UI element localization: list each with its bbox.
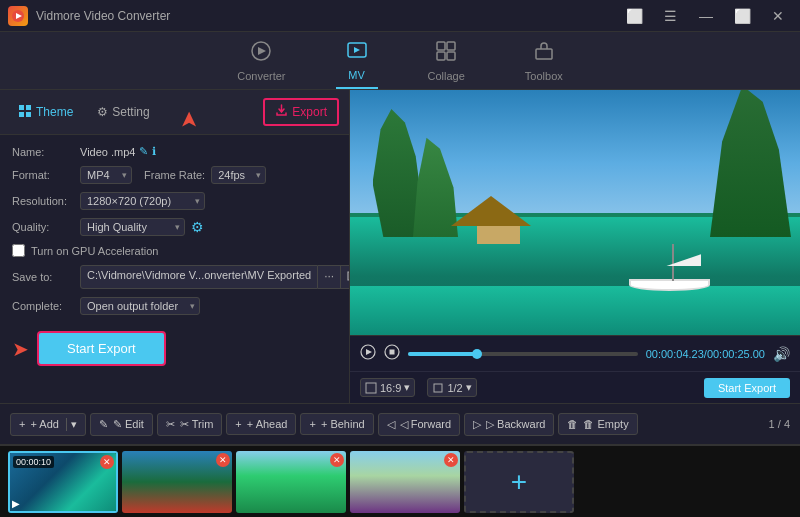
bottom-toolbar: + + Add ▾ ✎ ✎ Edit ✂ ✂ Trim + + Ahead + … (0, 403, 800, 445)
beach (350, 286, 800, 335)
empty-button[interactable]: 🗑 🗑 Empty (558, 413, 637, 435)
saveto-browse-btn[interactable]: ··· (318, 265, 341, 289)
gpu-row: Turn on GPU Acceleration (12, 244, 337, 257)
start-export-arrow: ➤ (12, 337, 29, 361)
quality-settings-icon[interactable]: ⚙ (191, 219, 204, 235)
edit-icon: ✎ (99, 418, 108, 431)
tab-setting[interactable]: ⚙ Setting (89, 101, 157, 123)
hut (463, 196, 535, 244)
format-select[interactable]: MP4 MKV AVI (80, 166, 132, 184)
saveto-path: C:\Vidmore\Vidmore V...onverter\MV Expor… (80, 265, 318, 289)
resolution-select-wrapper: 1280×720 (720p) 1920×1080 (1080p) 640×48… (80, 192, 205, 210)
framerate-label: Frame Rate: (144, 169, 205, 181)
thumb2-close[interactable]: ✕ (216, 453, 230, 467)
svg-rect-9 (536, 49, 552, 59)
film-thumb-4[interactable]: ✕ (350, 451, 460, 513)
behind-icon: + (309, 418, 315, 430)
progress-bar[interactable] (408, 352, 638, 356)
name-info-icon[interactable]: ℹ (152, 145, 156, 158)
thumb1-close[interactable]: ✕ (100, 455, 114, 469)
name-edit-icon[interactable]: ✎ (139, 145, 148, 158)
video-controls2: 16:9 ▾ 1/2 ▾ Start Export (350, 371, 800, 403)
export-btn-label: Export (292, 105, 327, 119)
volume-icon[interactable]: 🔊 (773, 346, 790, 362)
tab-collage[interactable]: Collage (418, 34, 475, 88)
aspect-ratio-select[interactable]: 16:9 ▾ (360, 378, 415, 397)
name-row: Name: Video .mp4 ✎ ℹ (12, 145, 337, 158)
stop-button[interactable] (384, 344, 400, 363)
film-thumb-2[interactable]: ✕ (122, 451, 232, 513)
gpu-checkbox[interactable] (12, 244, 25, 257)
resolution-row: Resolution: 1280×720 (720p) 1920×1080 (1… (12, 192, 337, 210)
ahead-button[interactable]: + + Ahead (226, 413, 296, 435)
svg-rect-10 (19, 105, 24, 110)
complete-select-wrapper: Open output folder Do nothing (80, 297, 200, 315)
edit-button[interactable]: ✎ ✎ Edit (90, 413, 153, 436)
play-button[interactable] (360, 344, 376, 363)
behind-button[interactable]: + + Behind (300, 413, 373, 435)
progress-thumb[interactable] (472, 349, 482, 359)
page-number: 1 / 4 (769, 418, 790, 430)
toolbox-icon (533, 40, 555, 67)
backward-button[interactable]: ▷ ▷ Backward (464, 413, 554, 436)
film-thumb-3[interactable]: ✕ (236, 451, 346, 513)
svg-rect-8 (447, 52, 455, 60)
tab-toolbox[interactable]: Toolbox (515, 34, 573, 88)
complete-select[interactable]: Open output folder Do nothing (80, 297, 200, 315)
film-thumb-1[interactable]: 00:00:10 ✕ ▶ (8, 451, 118, 513)
svg-marker-15 (366, 349, 372, 355)
svg-rect-17 (390, 350, 395, 355)
svg-rect-19 (434, 384, 442, 392)
tab-mv[interactable]: MV (336, 33, 378, 89)
resolution-select[interactable]: 1280×720 (720p) 1920×1080 (1080p) 640×48… (80, 192, 205, 210)
menu-icon[interactable]: ☰ (656, 6, 684, 26)
left-tabs: Theme ⚙ Setting Export (0, 90, 349, 135)
backward-icon: ▷ (473, 418, 481, 431)
app-logo (8, 6, 28, 26)
chat-icon[interactable]: ⬜ (620, 6, 648, 26)
export-button[interactable]: Export (263, 98, 339, 126)
collage-icon (435, 40, 457, 67)
svg-rect-18 (366, 383, 376, 393)
start-export-button[interactable]: Start Export (37, 331, 166, 366)
thumb3-close[interactable]: ✕ (330, 453, 344, 467)
forward-button[interactable]: ◁ ◁ Forward (378, 413, 460, 436)
minimize-btn[interactable]: — (692, 6, 720, 26)
quality-row: Quality: High Quality Medium Quality Low… (12, 218, 337, 236)
saveto-folder-btn[interactable] (341, 265, 349, 289)
tab-theme[interactable]: Theme (10, 100, 81, 125)
add-button[interactable]: + + Add ▾ (10, 413, 86, 436)
tab-setting-label: Setting (112, 105, 149, 119)
trash-icon: 🗑 (567, 418, 578, 430)
format-select-wrapper: MP4 MKV AVI (80, 166, 132, 184)
start-export-area: ➤ Start Export (12, 331, 337, 366)
theme-grid-icon (18, 104, 32, 121)
thumb4-close[interactable]: ✕ (444, 453, 458, 467)
format-row: Format: MP4 MKV AVI Frame Rate: 24fps 30… (12, 166, 337, 184)
window-controls: ⬜ ☰ — ⬜ ✕ (620, 6, 792, 26)
thumb1-play-icon: ▶ (12, 498, 20, 509)
resolution-label: Resolution: (12, 195, 80, 207)
video-placeholder-bg (350, 90, 800, 335)
framerate-select[interactable]: 24fps 30fps 60fps (211, 166, 266, 184)
scissors-icon: ✂ (166, 418, 175, 431)
zoom-select[interactable]: 1/2 ▾ (427, 378, 476, 397)
right-panel: 00:00:04.23/00:00:25.00 🔊 16:9 ▾ 1/2 ▾ S… (350, 90, 800, 403)
nav-tabs: Converter MV Collage Toolbox (0, 32, 800, 90)
maximize-btn[interactable]: ⬜ (728, 6, 756, 26)
film-add-button[interactable]: + (464, 451, 574, 513)
mast (672, 244, 674, 281)
filmstrip: 00:00:10 ✕ ▶ ✕ ✕ ✕ + (0, 445, 800, 517)
svg-rect-6 (447, 42, 455, 50)
forward-icon: ◁ (387, 418, 395, 431)
add-dropdown-icon[interactable]: ▾ (66, 418, 77, 431)
start-export-small-button[interactable]: Start Export (704, 378, 790, 398)
trim-button[interactable]: ✂ ✂ Trim (157, 413, 222, 436)
svg-marker-3 (258, 47, 266, 55)
tab-converter[interactable]: Converter (227, 34, 295, 88)
film-add-icon: + (511, 466, 527, 498)
svg-rect-13 (26, 112, 31, 117)
close-btn[interactable]: ✕ (764, 6, 792, 26)
tab-converter-label: Converter (237, 70, 285, 82)
quality-select[interactable]: High Quality Medium Quality Low Quality (80, 218, 185, 236)
